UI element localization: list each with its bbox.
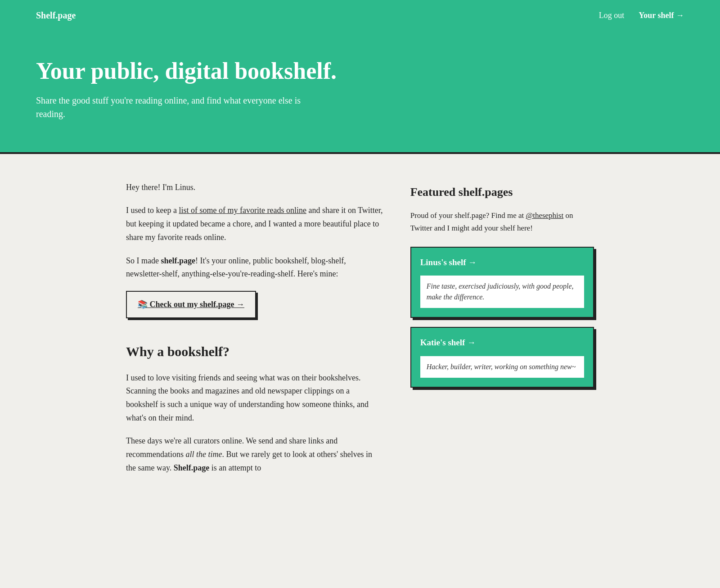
hero-heading: Your public, digital bookshelf. — [36, 58, 684, 85]
intro-para-2: So I made shelf.page! It's your online, … — [126, 254, 383, 281]
main-content: Hey there! I'm Linus. I used to keep a l… — [90, 154, 630, 512]
nav-right: Log out Your shelf → — [599, 9, 684, 22]
intro-para2-before: So I made — [126, 256, 161, 265]
shelf-card-linus[interactable]: Linus's shelf → Fine taste, exercised ju… — [410, 247, 594, 318]
shelf-page-bold: shelf.page — [161, 256, 195, 265]
hero-section: Your public, digital bookshelf. Share th… — [0, 31, 720, 152]
linus-quote-text: Fine taste, exercised judiciously, with … — [427, 282, 574, 301]
logout-link[interactable]: Log out — [599, 9, 625, 22]
linus-shelf-link[interactable]: Linus's shelf → — [420, 256, 584, 269]
featured-desc-before: Proud of your shelf.page? Find me at — [410, 211, 526, 220]
body-para2-after: is an attempt to — [209, 463, 261, 472]
katie-shelf-link[interactable]: Katie's shelf → — [420, 336, 584, 349]
intro-para1-before: I used to keep a — [126, 206, 179, 215]
linus-shelf-quote: Fine taste, exercised judiciously, with … — [420, 276, 584, 308]
left-column: Hey there! I'm Linus. I used to keep a l… — [126, 181, 383, 485]
main-nav: Shelf.page Log out Your shelf → — [36, 0, 684, 31]
check-shelf-button[interactable]: 📚 Check out my shelf.page → — [126, 291, 256, 318]
why-para-1: I used to love visiting friends and seei… — [126, 371, 383, 425]
why-bookshelf-heading: Why a bookshelf? — [126, 341, 383, 362]
body-para2-italic: all the time — [185, 450, 222, 459]
your-shelf-link[interactable]: Your shelf → — [639, 9, 684, 22]
katie-shelf-quote: Hacker, builder, writer, working on some… — [420, 356, 584, 378]
intro-para-1: I used to keep a list of some of my favo… — [126, 204, 383, 244]
right-column: Featured shelf.pages Proud of your shelf… — [410, 181, 594, 485]
logo[interactable]: Shelf.page — [36, 8, 76, 23]
katie-quote-text: Hacker, builder, writer, working on some… — [427, 363, 576, 371]
hero-subheading: Share the good stuff you're reading onli… — [36, 94, 306, 121]
featured-desc: Proud of your shelf.page? Find me at @th… — [410, 209, 594, 234]
shelf-card-katie[interactable]: Katie's shelf → Hacker, builder, writer,… — [410, 327, 594, 387]
body-para2-bold: Shelf.page — [174, 463, 210, 472]
why-para-2: These days we're all curators online. We… — [126, 434, 383, 475]
featured-title: Featured shelf.pages — [410, 183, 594, 202]
check-shelf-label: 📚 Check out my shelf.page → — [138, 298, 244, 311]
site-header: Shelf.page Log out Your shelf → — [0, 0, 720, 31]
twitter-handle-link[interactable]: @thesephist — [526, 211, 564, 220]
intro-greeting: Hey there! I'm Linus. — [126, 181, 383, 194]
favorite-reads-link[interactable]: list of some of my favorite reads online — [179, 206, 306, 215]
